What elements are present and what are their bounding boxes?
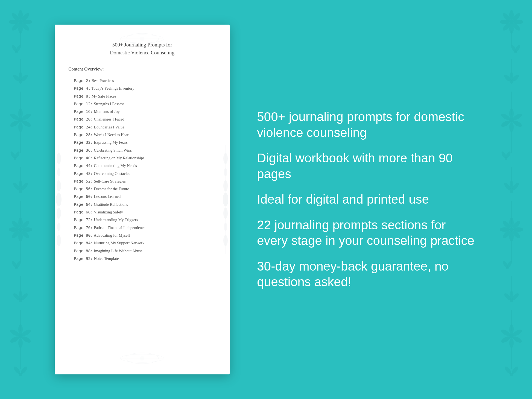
toc-entry: Page 24: Boundaries I Value <box>68 123 216 131</box>
toc-entry: Page 60: Lessons Learned <box>68 193 216 200</box>
toc-entry: Page 44: Communicating My Needs <box>68 162 216 169</box>
toc-entry: Page 48: Overcoming Obstacles <box>68 170 216 177</box>
toc-entry: Page 2: Best Practices <box>68 77 216 84</box>
toc-entry: Page 52: Self-Care Strategies <box>68 177 216 185</box>
toc-entry: Page 28: Words I Need to Hear <box>68 131 216 139</box>
toc-entry: Page 76: Paths to Financial Independence <box>68 224 216 231</box>
feature-text: Digital workbook with more than 90 pages <box>257 150 477 182</box>
svg-point-153 <box>120 354 164 362</box>
watermark-bottom <box>115 347 169 372</box>
feature-text: 500+ journaling prompts for domestic vio… <box>257 109 477 140</box>
svg-point-134 <box>140 37 144 41</box>
feature-text: 22 journaling prompts sections for every… <box>257 217 477 249</box>
content-overview-heading: Content Overview: <box>68 66 216 72</box>
toc-entry: Page 12: Strengths I Possess <box>68 100 216 108</box>
toc-entry: Page 56: Dreams for the Future <box>68 185 216 193</box>
toc-entry: Page 36: Celebrating Small Wins <box>68 146 216 154</box>
feature-text: Ideal for digital and printed use <box>257 192 477 207</box>
svg-point-154 <box>126 353 159 364</box>
toc-entry: Page 68: Visualizing Safety <box>68 208 216 216</box>
toc-entry: Page 40: Reflecting on My Relationships <box>68 154 216 162</box>
toc-entry: Page 4: Today's Feelings Inventory <box>68 84 216 92</box>
book-page: 500+ Journaling Prompts for Domestic Vio… <box>55 25 230 374</box>
toc-entry: Page 92: Notes Template <box>68 255 216 262</box>
toc-entry: Page 8: My Safe Places <box>68 92 216 100</box>
toc-entry: Page 32: Expressing My Fears <box>68 139 216 146</box>
toc-entry: Page 20: Challenges I Faced <box>68 115 216 123</box>
toc-entry: Page 88: Imagining Life Without Abuse <box>68 247 216 255</box>
feature-text: 30-day money-back guarantee, no question… <box>257 259 477 290</box>
main-content: 500+ Journaling Prompts for Domestic Vio… <box>0 0 532 399</box>
toc-entry: Page 84: Nurturing My Support Network <box>68 239 216 247</box>
toc-entry: Page 80: Advocating for Myself <box>68 231 216 239</box>
toc-entry: Page 16: Moments of Joy <box>68 108 216 115</box>
toc-entry: Page 72: Understanding My Triggers <box>68 216 216 224</box>
svg-point-155 <box>140 356 144 360</box>
toc-list: Page 2: Best PracticesPage 4: Today's Fe… <box>68 77 216 262</box>
toc-entry: Page 64: Gratitude Reflections <box>68 201 216 208</box>
book-title: 500+ Journaling Prompts for Domestic Vio… <box>68 41 216 57</box>
right-panel: 500+ journaling prompts for domestic vio… <box>252 109 477 290</box>
